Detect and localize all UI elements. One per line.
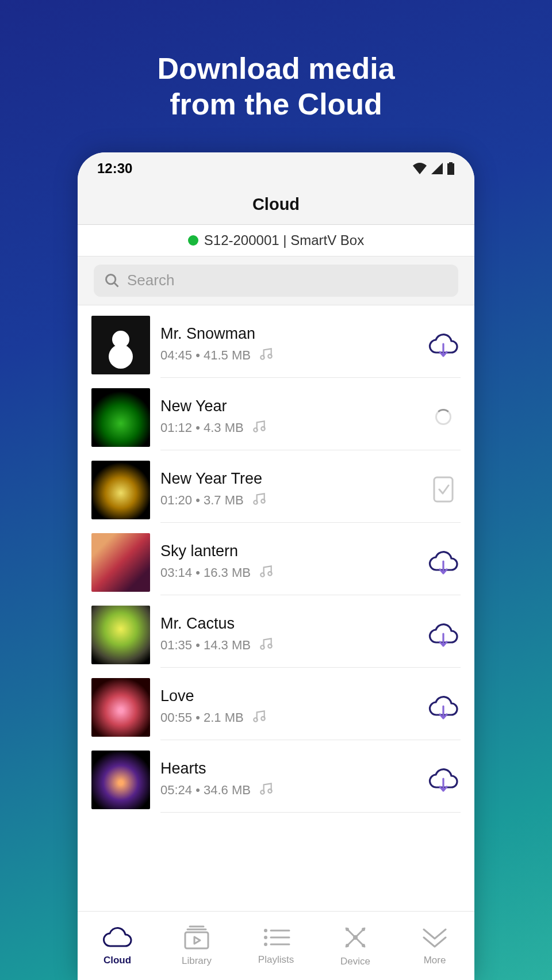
music-icon: [252, 491, 267, 510]
search-field[interactable]: [94, 265, 458, 297]
nav-tab-device[interactable]: Device: [316, 912, 395, 980]
music-icon: [252, 709, 267, 727]
download-button[interactable]: [426, 327, 461, 362]
media-meta: 01:12 • 4.3 MB: [160, 419, 426, 437]
media-thumbnail: [91, 316, 150, 374]
battery-icon: [447, 162, 455, 175]
device-bar[interactable]: S12-200001 | SmartV Box: [78, 225, 474, 257]
svg-point-17: [260, 790, 264, 794]
svg-point-18: [268, 789, 272, 793]
svg-point-22: [264, 936, 267, 939]
list-item[interactable]: Sky lantern03:14 • 16.3 MB: [78, 523, 474, 595]
media-thumbnail: [91, 678, 150, 737]
nav-tab-playlists[interactable]: Playlists: [236, 912, 316, 980]
list-item[interactable]: Mr. Cactus01:35 • 14.3 MB: [78, 595, 474, 668]
media-title: Hearts: [160, 760, 426, 778]
svg-point-7: [261, 427, 265, 431]
svg-line-3: [114, 282, 118, 286]
nav-label: More: [424, 955, 446, 966]
media-meta-text: 03:14 • 16.3 MB: [160, 565, 251, 580]
svg-point-13: [260, 645, 264, 649]
promo-heading: Download media from the Cloud: [157, 51, 394, 122]
svg-point-16: [261, 717, 265, 721]
cloud-icon: [102, 926, 133, 951]
nav-label: Cloud: [103, 955, 131, 966]
list-item-body: New Year01:12 • 4.3 MB: [160, 385, 461, 450]
list-item-text: Hearts05:24 • 34.6 MB: [160, 760, 426, 799]
list-item-text: New Year Tree01:20 • 3.7 MB: [160, 470, 426, 510]
media-meta: 05:24 • 34.6 MB: [160, 781, 426, 799]
device-label: S12-200001 | SmartV Box: [204, 232, 364, 248]
phone-frame: 12:30 Cloud S12-200001 | SmartV Box Mr. …: [78, 152, 474, 980]
nav-tab-library[interactable]: Library: [157, 912, 236, 980]
status-bar: 12:30: [78, 152, 474, 185]
nav-label: Device: [340, 956, 370, 967]
svg-point-30: [362, 928, 365, 931]
list-item-text: New Year01:12 • 4.3 MB: [160, 397, 426, 437]
svg-point-20: [264, 929, 267, 932]
music-icon: [259, 346, 274, 365]
music-icon: [259, 781, 274, 799]
svg-point-24: [264, 943, 267, 946]
list-item-text: Mr. Snowman04:45 • 41.5 MB: [160, 325, 426, 365]
music-icon: [259, 564, 274, 582]
svg-point-11: [260, 573, 264, 577]
media-meta: 01:35 • 14.3 MB: [160, 636, 426, 654]
media-title: Mr. Cactus: [160, 615, 426, 633]
status-time: 12:30: [97, 160, 132, 177]
status-online-dot: [188, 235, 198, 246]
list-item[interactable]: Love00:55 • 2.1 MB: [78, 668, 474, 740]
list-item[interactable]: Mr. Snowman04:45 • 41.5 MB: [78, 305, 474, 378]
music-icon: [259, 636, 274, 654]
cell-signal-icon: [431, 163, 443, 174]
media-meta: 04:45 • 41.5 MB: [160, 346, 426, 365]
list-item-body: Sky lantern03:14 • 16.3 MB: [160, 530, 461, 595]
list-item-text: Sky lantern03:14 • 16.3 MB: [160, 542, 426, 582]
media-title: Mr. Snowman: [160, 325, 426, 343]
wifi-icon: [412, 163, 427, 174]
media-meta: 01:20 • 3.7 MB: [160, 491, 426, 510]
svg-point-12: [268, 572, 272, 576]
download-button[interactable]: [426, 690, 461, 724]
media-meta-text: 04:45 • 41.5 MB: [160, 348, 251, 363]
list-item[interactable]: New Year Tree01:20 • 3.7 MB: [78, 450, 474, 523]
svg-point-2: [106, 274, 116, 284]
nav-tab-more[interactable]: More: [395, 912, 474, 980]
svg-rect-19: [185, 932, 208, 948]
media-thumbnail: [91, 461, 150, 519]
bottom-nav: CloudLibraryPlaylistsDeviceMore: [78, 911, 474, 980]
svg-point-6: [254, 428, 258, 432]
list-item-text: Mr. Cactus01:35 • 14.3 MB: [160, 615, 426, 654]
media-title: Sky lantern: [160, 542, 426, 560]
svg-point-4: [260, 355, 264, 359]
svg-point-5: [268, 354, 272, 358]
search-input[interactable]: [127, 271, 448, 289]
nav-tab-cloud[interactable]: Cloud: [78, 912, 157, 980]
svg-rect-10: [434, 477, 453, 502]
svg-point-32: [362, 944, 365, 947]
download-button[interactable]: [426, 762, 461, 797]
status-icons: [412, 162, 455, 175]
app-header: Cloud: [78, 185, 474, 225]
list-item[interactable]: New Year01:12 • 4.3 MB: [78, 378, 474, 450]
media-meta: 00:55 • 2.1 MB: [160, 709, 426, 727]
download-button[interactable]: [426, 545, 461, 579]
promo-line-2: from the Cloud: [157, 86, 394, 122]
media-title: New Year Tree: [160, 470, 426, 488]
media-meta-text: 00:55 • 2.1 MB: [160, 710, 244, 725]
media-thumbnail: [91, 533, 150, 592]
media-list: Mr. Snowman04:45 • 41.5 MBNew Year01:12 …: [78, 305, 474, 911]
list-item[interactable]: Hearts05:24 • 34.6 MB: [78, 740, 474, 813]
media-title: New Year: [160, 397, 426, 415]
svg-point-28: [353, 935, 358, 940]
svg-point-15: [254, 718, 258, 722]
svg-point-8: [254, 500, 258, 504]
list-item-text: Love00:55 • 2.1 MB: [160, 687, 426, 727]
media-meta-text: 05:24 • 34.6 MB: [160, 783, 251, 798]
svg-point-9: [261, 499, 265, 503]
loading-indicator: [426, 400, 461, 434]
search-container: [78, 257, 474, 305]
download-button[interactable]: [426, 617, 461, 652]
device-icon: [343, 925, 368, 952]
svg-rect-1: [449, 162, 453, 164]
